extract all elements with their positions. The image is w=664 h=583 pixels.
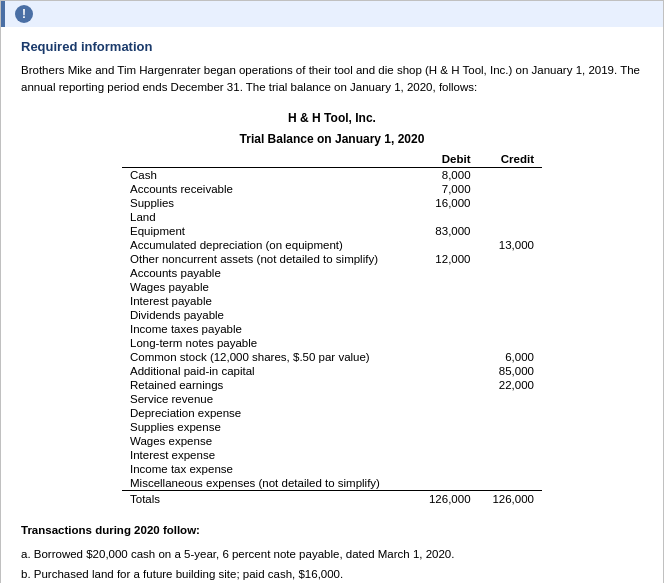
table-row: Totals126,000126,000 bbox=[122, 490, 542, 506]
row-credit: 13,000 bbox=[479, 238, 542, 252]
row-credit bbox=[479, 196, 542, 210]
table-row: Accounts receivable7,000 bbox=[122, 182, 542, 196]
row-label: Cash bbox=[122, 167, 415, 182]
row-credit bbox=[479, 322, 542, 336]
row-credit bbox=[479, 252, 542, 266]
table-row: Retained earnings22,000 bbox=[122, 378, 542, 392]
row-debit: 83,000 bbox=[415, 224, 478, 238]
table-row: Cash8,000 bbox=[122, 167, 542, 182]
row-label: Income taxes payable bbox=[122, 322, 415, 336]
table-row: Interest expense bbox=[122, 448, 542, 462]
table-row: Supplies expense bbox=[122, 420, 542, 434]
row-debit bbox=[415, 420, 478, 434]
table-row: Accumulated depreciation (on equipment)1… bbox=[122, 238, 542, 252]
alert-bar: ! bbox=[1, 1, 663, 27]
row-label: Equipment bbox=[122, 224, 415, 238]
intro-text: Brothers Mike and Tim Hargenrater began … bbox=[21, 62, 643, 97]
row-debit bbox=[415, 280, 478, 294]
table-row: Long-term notes payable bbox=[122, 336, 542, 350]
row-label: Dividends payable bbox=[122, 308, 415, 322]
row-debit bbox=[415, 364, 478, 378]
table-row: Common stock (12,000 shares, $.50 par va… bbox=[122, 350, 542, 364]
row-label: Additional paid-in capital bbox=[122, 364, 415, 378]
row-debit bbox=[415, 406, 478, 420]
row-debit bbox=[415, 210, 478, 224]
table-row: Interest payable bbox=[122, 294, 542, 308]
row-debit bbox=[415, 462, 478, 476]
transactions-section: Transactions during 2020 follow: a. Borr… bbox=[21, 522, 643, 583]
table-row: Income taxes payable bbox=[122, 322, 542, 336]
row-debit bbox=[415, 294, 478, 308]
table-container: H & H Tool, Inc. Trial Balance on Januar… bbox=[122, 109, 542, 506]
row-credit bbox=[479, 336, 542, 350]
row-debit: 7,000 bbox=[415, 182, 478, 196]
row-debit bbox=[415, 266, 478, 280]
row-label: Land bbox=[122, 210, 415, 224]
transaction-item: b. Purchased land for a future building … bbox=[21, 566, 643, 584]
table-row: Income tax expense bbox=[122, 462, 542, 476]
alert-icon: ! bbox=[15, 5, 33, 23]
row-debit: 126,000 bbox=[415, 490, 478, 506]
table-row: Service revenue bbox=[122, 392, 542, 406]
row-debit: 16,000 bbox=[415, 196, 478, 210]
row-debit bbox=[415, 336, 478, 350]
col-header-credit: Credit bbox=[479, 151, 542, 168]
table-row: Equipment83,000 bbox=[122, 224, 542, 238]
row-debit bbox=[415, 322, 478, 336]
col-header-debit: Debit bbox=[415, 151, 478, 168]
row-label: Wages payable bbox=[122, 280, 415, 294]
table-row: Other noncurrent assets (not detailed to… bbox=[122, 252, 542, 266]
row-label: Interest expense bbox=[122, 448, 415, 462]
table-row: Accounts payable bbox=[122, 266, 542, 280]
row-label: Accounts payable bbox=[122, 266, 415, 280]
row-credit bbox=[479, 392, 542, 406]
required-info-title: Required information bbox=[21, 39, 643, 54]
row-debit bbox=[415, 434, 478, 448]
row-credit: 22,000 bbox=[479, 378, 542, 392]
row-label: Accumulated depreciation (on equipment) bbox=[122, 238, 415, 252]
row-label: Interest payable bbox=[122, 294, 415, 308]
table-row: Dividends payable bbox=[122, 308, 542, 322]
page-container: ! Required information Brothers Mike and… bbox=[0, 0, 664, 583]
table-row: Land bbox=[122, 210, 542, 224]
table-subtitle: Trial Balance on January 1, 2020 bbox=[122, 130, 542, 149]
row-credit bbox=[479, 280, 542, 294]
row-credit bbox=[479, 420, 542, 434]
row-label: Service revenue bbox=[122, 392, 415, 406]
row-credit bbox=[479, 210, 542, 224]
table-row: Depreciation expense bbox=[122, 406, 542, 420]
row-credit bbox=[479, 448, 542, 462]
table-company-name: H & H Tool, Inc. bbox=[122, 109, 542, 128]
row-label: Depreciation expense bbox=[122, 406, 415, 420]
row-label: Totals bbox=[122, 490, 415, 506]
row-credit bbox=[479, 266, 542, 280]
row-label: Other noncurrent assets (not detailed to… bbox=[122, 252, 415, 266]
row-debit: 8,000 bbox=[415, 167, 478, 182]
row-credit: 85,000 bbox=[479, 364, 542, 378]
row-debit bbox=[415, 238, 478, 252]
row-credit bbox=[479, 294, 542, 308]
row-credit bbox=[479, 224, 542, 238]
row-debit bbox=[415, 392, 478, 406]
row-credit bbox=[479, 434, 542, 448]
row-label: Accounts receivable bbox=[122, 182, 415, 196]
transactions-title: Transactions during 2020 follow: bbox=[21, 522, 643, 540]
table-row: Additional paid-in capital85,000 bbox=[122, 364, 542, 378]
row-label: Long-term notes payable bbox=[122, 336, 415, 350]
row-credit bbox=[479, 182, 542, 196]
row-label: Supplies bbox=[122, 196, 415, 210]
row-label: Supplies expense bbox=[122, 420, 415, 434]
table-row: Wages expense bbox=[122, 434, 542, 448]
row-label: Retained earnings bbox=[122, 378, 415, 392]
table-row: Miscellaneous expenses (not detailed to … bbox=[122, 476, 542, 491]
row-credit bbox=[479, 476, 542, 491]
row-credit: 6,000 bbox=[479, 350, 542, 364]
table-row: Supplies16,000 bbox=[122, 196, 542, 210]
col-header-label bbox=[122, 151, 415, 168]
row-debit bbox=[415, 350, 478, 364]
row-debit bbox=[415, 378, 478, 392]
transactions-list: a. Borrowed $20,000 cash on a 5-year, 6 … bbox=[21, 546, 643, 583]
row-credit: 126,000 bbox=[479, 490, 542, 506]
row-debit bbox=[415, 308, 478, 322]
row-credit bbox=[479, 462, 542, 476]
